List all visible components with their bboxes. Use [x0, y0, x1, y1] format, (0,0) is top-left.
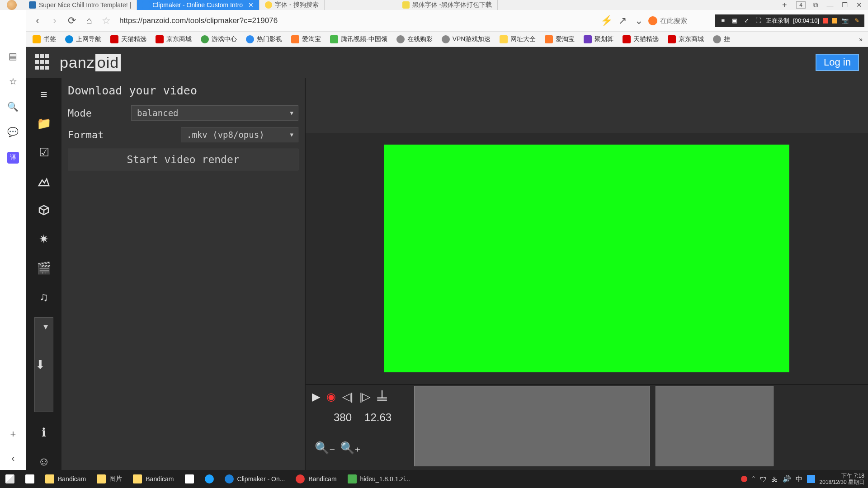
waveform-toggle[interactable]: 𝍦	[377, 389, 387, 404]
user-tray-icon[interactable]	[807, 475, 815, 483]
prev-frame-button[interactable]: ◁|	[342, 390, 353, 403]
preview-canvas[interactable]	[384, 145, 789, 372]
tab-2[interactable]: 字体 - 搜狗搜索	[259, 0, 324, 10]
login-button[interactable]: Log in	[816, 54, 859, 71]
home-button[interactable]: ⌂	[82, 15, 96, 27]
bookmark-item[interactable]: 挂	[713, 35, 730, 43]
timeline-clip[interactable]	[656, 386, 774, 466]
play-button[interactable]: ▶	[312, 390, 320, 403]
bookmark-item[interactable]: 在线购彩	[396, 35, 433, 43]
info-button[interactable]: ℹ	[35, 424, 52, 441]
network-icon[interactable]: 🖧	[771, 475, 778, 483]
url-field[interactable]: https://panzoid.com/tools/clipmaker?c=21…	[116, 16, 597, 25]
next-frame-button[interactable]: |▷	[359, 390, 370, 403]
rec-pen-icon[interactable]: ✎	[853, 17, 861, 24]
search-icon[interactable]: 🔍	[7, 101, 19, 112]
panzoid-logo[interactable]: panzoid	[60, 53, 121, 71]
translate-icon[interactable]: 译	[7, 152, 19, 164]
profile-avatar[interactable]	[0, 0, 24, 10]
timeline-clip[interactable]	[414, 386, 650, 466]
taskbar-item[interactable]: Clipmaker - On...	[219, 470, 291, 488]
rec-camera-icon[interactable]: 📷	[841, 17, 849, 24]
bookmark-item[interactable]: 上网导航	[65, 35, 101, 43]
objects-button[interactable]	[35, 202, 52, 219]
bookmark-item[interactable]: 网址大全	[500, 35, 536, 43]
bookmark-item[interactable]: VPN游戏加速	[442, 35, 491, 43]
rec-menu-icon[interactable]: ≡	[719, 17, 727, 24]
bookmark-item[interactable]: 爱淘宝	[291, 35, 321, 43]
tab-count-badge[interactable]: 4	[796, 1, 806, 9]
bookmark-item[interactable]: 爱淘宝	[545, 35, 575, 43]
amp-icon[interactable]: ⚡	[599, 15, 613, 27]
tab-close-button[interactable]: ✕	[248, 1, 254, 9]
collapse-sidebar-icon[interactable]: ‹	[7, 453, 19, 465]
start-button[interactable]	[0, 470, 20, 488]
reader-icon[interactable]: ▤	[7, 51, 19, 61]
feedback-button[interactable]: ☺	[35, 453, 52, 470]
bookmark-item[interactable]: 聚划算	[584, 35, 613, 43]
volume-icon[interactable]: 🔊	[783, 475, 791, 483]
shield-icon[interactable]: 🛡	[760, 475, 767, 483]
maximize-button[interactable]: ☐	[840, 1, 849, 9]
task-view-button[interactable]	[20, 470, 40, 488]
bookmark-item[interactable]: 天猫精选	[110, 35, 146, 43]
mode-select[interactable]: balanced	[131, 105, 298, 121]
bookmark-item[interactable]: 游戏中心	[201, 35, 237, 43]
back-button[interactable]: ‹	[31, 15, 44, 27]
select-button[interactable]: ☑	[35, 144, 52, 161]
rec-resize-icon[interactable]: ⤢	[742, 17, 750, 24]
add-sidebar-icon[interactable]: +	[7, 428, 19, 440]
reload-button[interactable]: ⟳	[65, 15, 79, 27]
scene-button[interactable]	[35, 173, 52, 190]
download-button[interactable]: ⬇	[34, 317, 53, 412]
bookmark-overflow[interactable]: »	[859, 36, 868, 43]
timeline-track[interactable]	[414, 385, 868, 470]
rec-pause-icon[interactable]	[823, 18, 828, 23]
bookmark-item[interactable]: 腾讯视频-中国领	[330, 35, 387, 43]
format-select[interactable]: .mkv (vp8/opus)	[181, 127, 298, 142]
camera-button[interactable]: 🎬	[35, 259, 52, 277]
clock[interactable]: 下午 7:18 2018/12/30 星期日	[820, 473, 864, 485]
chat-icon[interactable]: 💬	[7, 127, 19, 137]
extension-button[interactable]: ⧉	[811, 1, 820, 9]
minimize-button[interactable]: —	[826, 1, 835, 9]
recording-tray-icon[interactable]	[741, 476, 747, 482]
forward-button[interactable]: ›	[48, 15, 61, 27]
search-input[interactable]	[660, 17, 710, 24]
tray-up-icon[interactable]: ˄	[752, 475, 755, 483]
zoom-in-button[interactable]: 🔍₊	[340, 441, 361, 455]
bookmark-star-button[interactable]: ☆	[99, 15, 113, 27]
project-button[interactable]: 📁	[35, 115, 52, 132]
share-button[interactable]: ↗	[616, 15, 629, 27]
close-window-button[interactable]: ✕	[854, 1, 863, 9]
zoom-out-button[interactable]: 🔍₋	[315, 441, 335, 455]
preview-toggle[interactable]: ◉	[326, 390, 336, 403]
bookmark-item[interactable]: 天猫精选	[623, 35, 659, 43]
bookmark-item[interactable]: 京东商城	[668, 35, 704, 43]
rec-fullscreen-icon[interactable]: ⛶	[754, 17, 762, 24]
rec-stop-icon[interactable]	[832, 18, 837, 23]
tab-3[interactable]: 黑体字体 -黑体字体打包下载	[397, 0, 498, 10]
ime-indicator[interactable]: 中	[796, 475, 802, 483]
apps-grid-button[interactable]	[35, 54, 52, 70]
menu-button[interactable]: ≡	[35, 86, 52, 103]
bookmark-item[interactable]: 热门影视	[246, 35, 282, 43]
url-dropdown[interactable]: ⌄	[632, 15, 646, 27]
taskbar-item[interactable]: Bandicam	[127, 470, 179, 488]
bookmark-item[interactable]: 京东商城	[156, 35, 192, 43]
search-box[interactable]	[648, 16, 712, 25]
rec-window-icon[interactable]: ▣	[731, 17, 739, 24]
audio-button[interactable]: ♫	[35, 288, 52, 305]
taskbar-item[interactable]: hideu_1.8.0.1.zi...	[342, 470, 416, 488]
taskbar-item[interactable]: Bandicam	[40, 470, 91, 488]
taskbar-item[interactable]	[199, 470, 219, 488]
taskbar-item[interactable]	[179, 470, 199, 488]
bookmark-item[interactable]: 书签	[33, 35, 56, 43]
new-tab-button[interactable]: +	[777, 0, 792, 10]
effects-button[interactable]: ✷	[35, 230, 52, 248]
taskbar-item[interactable]: Bandicam	[290, 470, 342, 488]
favorites-icon[interactable]: ☆	[7, 76, 19, 87]
taskbar-item[interactable]: 图片	[91, 470, 127, 488]
start-render-button[interactable]: Start video render	[68, 149, 298, 170]
tab-1[interactable]: Clipmaker - Online Custom Intro✕	[137, 0, 259, 10]
